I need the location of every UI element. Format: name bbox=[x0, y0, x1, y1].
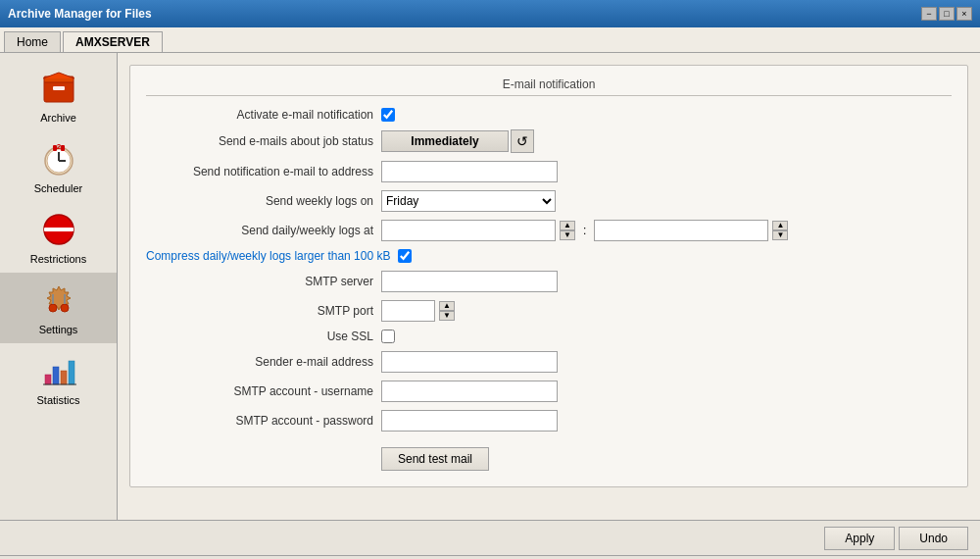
send-test-row: Send test mail bbox=[146, 439, 952, 471]
smtp-username-row: SMTP account - username bbox=[146, 381, 952, 402]
svg-rect-2 bbox=[53, 86, 65, 90]
archive-icon bbox=[39, 69, 78, 108]
svg-rect-19 bbox=[61, 371, 67, 384]
send-to-address-row: Send notification e-mail to address bbox=[146, 161, 952, 182]
use-ssl-checkbox[interactable] bbox=[381, 330, 395, 343]
send-about-job-row: Send e-mails about job status Immediatel… bbox=[146, 129, 952, 153]
sidebar-item-restrictions[interactable]: Restrictions bbox=[0, 202, 117, 273]
compress-checkbox[interactable] bbox=[398, 249, 412, 263]
action-bar: Apply Undo bbox=[0, 520, 980, 555]
apply-button[interactable]: Apply bbox=[824, 527, 895, 550]
svg-point-13 bbox=[49, 304, 57, 312]
hour-input[interactable]: 6 bbox=[381, 220, 556, 241]
main-layout: Archive 2 Scheduler bbox=[0, 53, 980, 520]
svg-rect-9 bbox=[61, 145, 65, 151]
minute-up-button[interactable]: ▲ bbox=[772, 221, 788, 230]
send-test-button[interactable]: Send test mail bbox=[381, 447, 489, 471]
minute-down-button[interactable]: ▼ bbox=[772, 230, 788, 240]
sidebar-item-archive[interactable]: Archive bbox=[0, 61, 117, 131]
hour-spinners: ▲ ▼ bbox=[560, 221, 575, 240]
svg-rect-20 bbox=[69, 361, 74, 384]
smtp-username-input[interactable] bbox=[381, 381, 558, 402]
svg-rect-17 bbox=[45, 375, 51, 384]
send-weekly-row: Send weekly logs on Friday Monday Tuesda… bbox=[146, 190, 952, 212]
send-about-job-label: Send e-mails about job status bbox=[146, 134, 381, 148]
smtp-username-label: SMTP account - username bbox=[146, 384, 381, 398]
restore-button[interactable]: □ bbox=[939, 7, 955, 21]
smtp-port-label: SMTP port bbox=[146, 304, 381, 318]
hour-up-button[interactable]: ▲ bbox=[560, 221, 575, 230]
smtp-server-label: SMTP server bbox=[146, 275, 381, 288]
smtp-port-spinners: ▲ ▼ bbox=[439, 301, 455, 321]
compress-label: Compress daily/weekly logs larger than 1… bbox=[146, 249, 398, 263]
use-ssl-row: Use SSL bbox=[146, 330, 952, 343]
minimize-button[interactable]: − bbox=[921, 7, 937, 21]
send-daily-label: Send daily/weekly logs at bbox=[146, 224, 381, 237]
send-to-address-label: Send notification e-mail to address bbox=[146, 165, 381, 178]
minute-input[interactable]: 30 bbox=[594, 220, 768, 241]
svg-point-15 bbox=[61, 304, 69, 312]
svg-rect-11 bbox=[44, 228, 74, 231]
send-daily-row: Send daily/weekly logs at 6 ▲ ▼ : 30 ▲ ▼ bbox=[146, 220, 952, 241]
smtp-port-input[interactable]: 25 bbox=[381, 300, 435, 322]
smtp-port-up-button[interactable]: ▲ bbox=[439, 301, 455, 311]
smtp-port-down-button[interactable]: ▼ bbox=[439, 311, 455, 321]
immediately-button[interactable]: Immediately bbox=[381, 130, 509, 152]
smtp-port-spinner-group: 25 ▲ ▼ bbox=[381, 300, 455, 322]
top-tab-bar: Home AMXSERVER bbox=[0, 27, 980, 53]
svg-rect-18 bbox=[53, 367, 59, 384]
activate-checkbox[interactable] bbox=[381, 108, 395, 122]
sender-email-row: Sender e-mail address bbox=[146, 351, 952, 373]
minute-spinners: ▲ ▼ bbox=[772, 221, 788, 240]
svg-rect-0 bbox=[44, 80, 74, 102]
sidebar-item-statistics[interactable]: Statistics bbox=[0, 343, 117, 414]
statistics-icon bbox=[39, 351, 78, 390]
immediately-group: Immediately ↺ bbox=[381, 129, 534, 153]
refresh-button[interactable]: ↺ bbox=[511, 129, 534, 153]
window-title: Archive Manager for Files bbox=[8, 7, 152, 21]
tab-home[interactable]: Home bbox=[4, 31, 61, 52]
panel-title: E-mail notification bbox=[146, 77, 952, 96]
title-bar: Archive Manager for Files − □ × bbox=[0, 0, 980, 27]
compress-row: Compress daily/weekly logs larger than 1… bbox=[146, 249, 952, 263]
sidebar-item-scheduler[interactable]: 2 Scheduler bbox=[0, 131, 117, 202]
scheduler-icon: 2 bbox=[39, 139, 78, 178]
send-to-address-input[interactable] bbox=[381, 161, 558, 182]
tab-amxserver[interactable]: AMXSERVER bbox=[63, 31, 163, 52]
sidebar-label-statistics: Statistics bbox=[36, 394, 79, 406]
undo-button[interactable]: Undo bbox=[899, 527, 968, 550]
sidebar-label-archive: Archive bbox=[40, 112, 76, 124]
hour-down-button[interactable]: ▼ bbox=[560, 230, 575, 240]
sidebar: Archive 2 Scheduler bbox=[0, 53, 118, 520]
smtp-password-row: SMTP account - password bbox=[146, 410, 952, 432]
smtp-server-row: SMTP server bbox=[146, 271, 952, 292]
use-ssl-label: Use SSL bbox=[146, 330, 381, 343]
sidebar-label-scheduler: Scheduler bbox=[34, 182, 83, 194]
sender-email-label: Sender e-mail address bbox=[146, 355, 381, 369]
smtp-port-row: SMTP port 25 ▲ ▼ bbox=[146, 300, 952, 322]
weekly-day-select[interactable]: Friday Monday Tuesday Wednesday Thursday… bbox=[381, 190, 556, 212]
close-button[interactable]: × bbox=[956, 7, 972, 21]
time-separator: : bbox=[583, 224, 586, 237]
content-area: E-mail notification Activate e-mail noti… bbox=[118, 53, 980, 520]
activate-label: Activate e-mail notification bbox=[146, 108, 381, 122]
smtp-server-input[interactable] bbox=[381, 271, 558, 292]
activate-row: Activate e-mail notification bbox=[146, 108, 952, 122]
email-notification-panel: E-mail notification Activate e-mail noti… bbox=[129, 65, 968, 487]
time-spinner-group: 6 ▲ ▼ : 30 ▲ ▼ bbox=[381, 220, 788, 241]
svg-rect-8 bbox=[53, 145, 57, 151]
send-weekly-label: Send weekly logs on bbox=[146, 194, 381, 208]
settings-icon bbox=[39, 280, 78, 320]
window-controls: − □ × bbox=[921, 7, 972, 21]
sidebar-label-settings: Settings bbox=[39, 324, 78, 335]
smtp-password-input[interactable] bbox=[381, 410, 558, 432]
smtp-password-label: SMTP account - password bbox=[146, 414, 381, 428]
sender-email-input[interactable] bbox=[381, 351, 558, 373]
sidebar-item-settings[interactable]: Settings bbox=[0, 273, 117, 343]
bottom-tab-bar: 👤 General ✉ Notification 📦 File compress… bbox=[0, 555, 980, 559]
restrictions-icon bbox=[39, 210, 78, 249]
sidebar-label-restrictions: Restrictions bbox=[30, 253, 86, 265]
